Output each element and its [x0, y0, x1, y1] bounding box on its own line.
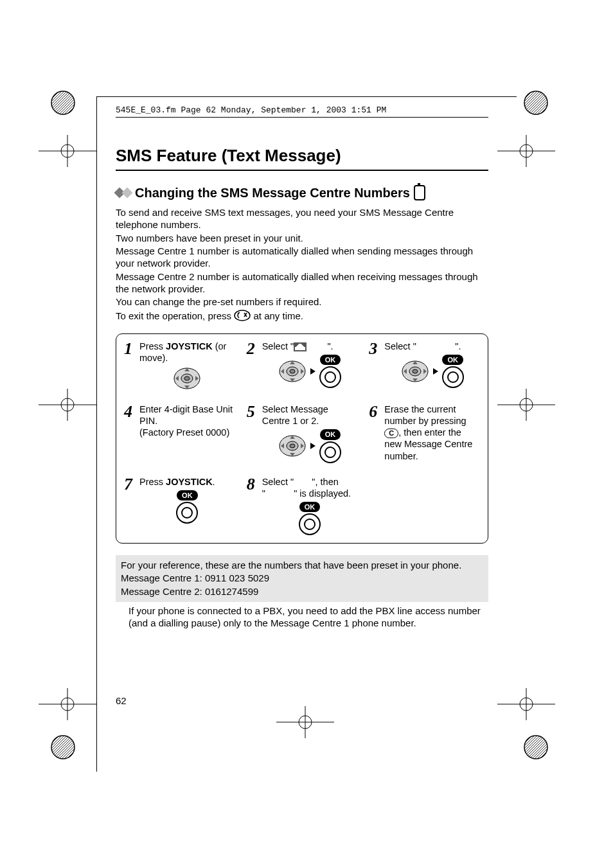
intro-text: Message Centre 2 number is automatically…: [116, 271, 488, 296]
cancel-button-icon: [234, 310, 251, 324]
arrow-right-icon: [310, 443, 315, 449]
steps-box: 1 Press JOYSTICK (or move). 2 Select " "…: [116, 333, 488, 544]
svg-point-49: [413, 369, 418, 373]
step-text: Enter 4-digit Base Unit PIN. (Factory Pr…: [139, 403, 235, 463]
step-number: 2: [247, 341, 258, 391]
joystick-icon: [278, 359, 306, 384]
step-5: 5 Select Message Centre 1 or 2. OK: [247, 403, 358, 463]
handset-icon: [414, 185, 425, 200]
joystick-icon: [173, 366, 201, 391]
step-text: Erase the current number by pressing C, …: [384, 403, 480, 463]
crosshair-icon: [39, 135, 96, 167]
diamond-icon: [122, 188, 133, 199]
step-6: 6 Erase the current number by pressing C…: [369, 403, 480, 463]
intro-text: Message Centre 1 number is automatically…: [116, 245, 488, 270]
svg-point-3: [524, 91, 547, 114]
joystick-press-icon: [299, 513, 321, 535]
registration-mark-icon: [523, 734, 549, 760]
step-number: 7: [124, 476, 136, 536]
step-number: 8: [247, 476, 258, 536]
step-2: 2 Select " ". OK: [247, 341, 358, 391]
crosshair-icon: [39, 688, 96, 720]
ok-button-icon: OK: [442, 355, 463, 365]
section-heading: Changing the SMS Message Centre Numbers: [116, 185, 488, 200]
svg-point-56: [290, 444, 295, 448]
c-button-icon: C: [384, 429, 398, 439]
intro-text: Two numbers have been preset in your uni…: [116, 233, 488, 245]
step-7: 7 Press JOYSTICK. OK: [124, 476, 235, 536]
ok-button-icon: OK: [177, 490, 198, 500]
pbx-note: If your phone is connected to a PBX, you…: [116, 602, 488, 630]
svg-line-30: [238, 312, 240, 314]
svg-point-35: [184, 376, 190, 380]
intro-text: To send and receive SMS text messages, y…: [116, 207, 488, 231]
joystick-press-icon: [319, 441, 341, 463]
svg-point-1: [51, 91, 75, 114]
reference-line: For your reference, these are the number…: [121, 559, 483, 572]
ok-button-icon: OK: [299, 502, 321, 512]
step-text: Select " ", then " " is displayed.: [262, 476, 358, 499]
step-text: Press JOYSTICK (or move).: [139, 341, 235, 364]
step-8: 8 Select " ", then " " is displayed. OK: [247, 476, 358, 536]
crosshair-icon: [497, 688, 555, 720]
step-number: 1: [124, 341, 136, 391]
joystick-press-icon: [442, 366, 464, 388]
ok-button-icon: OK: [320, 429, 341, 439]
ok-button-icon: OK: [320, 355, 341, 365]
crosshair-icon: [39, 389, 96, 421]
step-number: 3: [369, 341, 380, 391]
step-text: Press JOYSTICK.: [139, 476, 235, 488]
step-number: 4: [124, 403, 136, 463]
svg-point-5: [51, 736, 75, 759]
page-title: SMS Feature (Text Message): [116, 146, 488, 171]
joystick-press-icon: [176, 502, 198, 524]
joystick-icon: [278, 434, 306, 458]
step-4: 4 Enter 4-digit Base Unit PIN. (Factory …: [124, 403, 235, 463]
envelope-icon: [294, 342, 306, 351]
joystick-icon: [401, 359, 429, 384]
section-title: Changing the SMS Message Centre Numbers: [135, 186, 410, 200]
registration-mark-icon: [523, 90, 549, 116]
step-3: 3 Select " ". OK: [369, 341, 480, 391]
step-number: 6: [369, 403, 380, 463]
reference-box: For your reference, these are the number…: [116, 555, 488, 602]
registration-mark-icon: [50, 90, 76, 116]
crosshair-icon: [497, 389, 555, 421]
arrow-right-icon: [310, 368, 315, 375]
step-1: 1 Press JOYSTICK (or move).: [124, 341, 235, 391]
svg-point-29: [235, 310, 250, 321]
step-text: Select " ".: [384, 341, 480, 352]
exit-text: To exit the operation, press at any time…: [116, 310, 488, 324]
running-header: 545E_E_03.fm Page 62 Monday, September 1…: [116, 105, 488, 118]
page-number: 62: [116, 695, 127, 706]
reference-line: Message Centre 2: 0161274599: [121, 585, 483, 598]
crosshair-icon: [276, 706, 334, 738]
intro-text: You can change the pre-set numbers if re…: [116, 296, 488, 308]
joystick-press-icon: [319, 366, 341, 388]
svg-point-42: [290, 369, 295, 373]
registration-mark-icon: [50, 734, 76, 760]
svg-point-7: [524, 736, 547, 759]
step-text: Select " ".: [262, 341, 358, 352]
crosshair-icon: [497, 135, 555, 167]
reference-line: Message Centre 1: 0911 023 5029: [121, 572, 483, 585]
arrow-right-icon: [433, 368, 438, 375]
step-text: Select Message Centre 1 or 2.: [262, 403, 358, 427]
step-number: 5: [247, 403, 258, 463]
